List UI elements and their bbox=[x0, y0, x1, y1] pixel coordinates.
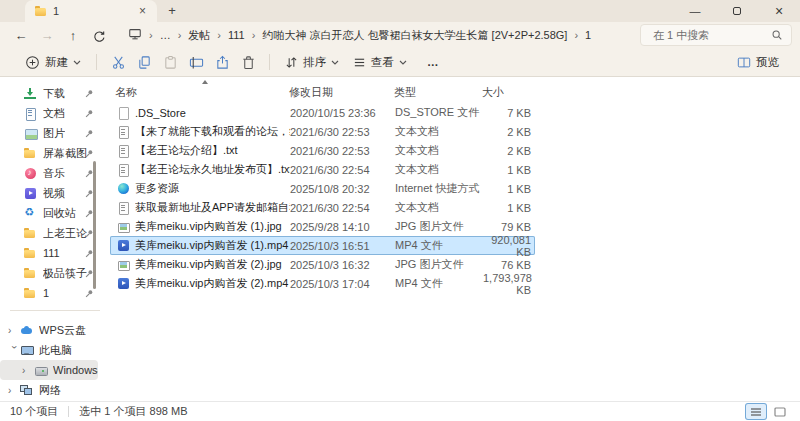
jpg-icon bbox=[117, 221, 129, 233]
sidebar-item-label: 极品筷子腿. bbox=[43, 266, 87, 281]
sidebar-tree-item[interactable]: › 网络 bbox=[0, 380, 108, 400]
file-date: 2020/10/15 23:36 bbox=[290, 107, 395, 119]
refresh-button[interactable] bbox=[86, 27, 112, 42]
maximize-button[interactable] bbox=[716, 0, 758, 22]
sidebar-pinned-item[interactable]: 视频 bbox=[0, 183, 108, 203]
file-row[interactable]: 美库meiku.vip内购首发 (1).mp4 2025/10/3 16:51 … bbox=[110, 236, 535, 255]
delete-button[interactable] bbox=[235, 50, 261, 74]
chevron-right-icon[interactable]: › bbox=[8, 325, 20, 336]
sidebar-pinned-item[interactable]: 极品筷子腿. bbox=[0, 263, 108, 283]
this-pc-icon[interactable] bbox=[128, 27, 142, 43]
toolbar-divider bbox=[269, 54, 270, 70]
breadcrumb-separator: › bbox=[574, 29, 578, 41]
file-type: 文本文档 bbox=[395, 162, 483, 177]
sidebar-tree-item[interactable]: › WPS云盘 bbox=[0, 320, 108, 340]
breadcrumb-label: 约啪大神 凉白开恋人 包臀裙白袜女大学生长篇 [2V+2P+2.58G] bbox=[262, 28, 567, 43]
search-icon bbox=[771, 29, 783, 41]
file-row[interactable]: 美库meiku.vip内购首发 (1).jpg 2025/9/28 14:10 … bbox=[110, 217, 535, 236]
sidebar-pinned-item[interactable]: 下载 bbox=[0, 83, 108, 103]
sidebar-scrollbar[interactable] bbox=[93, 161, 96, 289]
sort-icon bbox=[285, 56, 298, 69]
up-button[interactable]: ↑ bbox=[60, 28, 86, 43]
back-button[interactable]: ← bbox=[8, 28, 34, 43]
sidebar-tree-item[interactable]: › 此电脑 bbox=[0, 340, 108, 360]
file-size: 920,081 KB bbox=[483, 234, 531, 258]
close-button[interactable]: × bbox=[758, 0, 800, 22]
file-row[interactable]: 【老王论坛永久地址发布页】.txt 2021/6/30 22:54 文本文档 1… bbox=[110, 160, 535, 179]
file-size: 2 KB bbox=[483, 145, 531, 157]
file-row[interactable]: 【来了就能下载和观看的论坛，纯免费！】.txt 2021/6/30 22:53 … bbox=[110, 122, 535, 141]
file-row[interactable]: 获取最新地址及APP请发邮箱自动获取.txt 2021/6/30 22:54 文… bbox=[110, 198, 535, 217]
thumbnail-view-button[interactable] bbox=[770, 404, 790, 419]
sidebar-item-label: 此电脑 bbox=[39, 343, 72, 358]
column-headers: 名称 修改日期 类型 大小 bbox=[110, 84, 535, 101]
file-size: 7 KB bbox=[483, 107, 531, 119]
chevron-right-icon[interactable]: › bbox=[8, 385, 20, 396]
sidebar-item-label: 音乐 bbox=[43, 166, 65, 181]
status-divider bbox=[68, 406, 69, 417]
folder-icon bbox=[24, 227, 36, 239]
network-icon bbox=[20, 384, 32, 396]
more-options-button[interactable]: … bbox=[420, 50, 447, 74]
sidebar-pinned-item[interactable]: 上老王论坛当 bbox=[0, 223, 108, 243]
picture-icon bbox=[24, 127, 36, 139]
new-tab-button[interactable]: + bbox=[163, 2, 181, 20]
chevron-right-icon[interactable]: › bbox=[22, 365, 34, 376]
breadcrumb-item[interactable]: 发帖 › bbox=[188, 28, 228, 43]
sidebar-tree-item[interactable]: › Windows-SSD bbox=[0, 360, 98, 380]
new-button-label: 新建 bbox=[45, 55, 68, 70]
view-button[interactable]: 查看 bbox=[346, 50, 414, 74]
preview-panes-icon bbox=[737, 56, 751, 69]
preview-button[interactable]: 预览 bbox=[730, 50, 786, 74]
selection-info: 选中 1 个项目 898 MB bbox=[79, 404, 187, 419]
breadcrumb-overflow[interactable]: … bbox=[160, 29, 171, 41]
file-row[interactable]: 【老王论坛介绍】.txt 2021/6/30 22:53 文本文档 2 KB bbox=[110, 141, 535, 160]
search-box[interactable]: 在 1 中搜索 bbox=[640, 24, 792, 46]
sidebar-item-label: 1 bbox=[43, 287, 49, 299]
txt-icon bbox=[117, 126, 129, 138]
sort-button[interactable]: 排序 bbox=[278, 50, 346, 74]
file-date: 2021/6/30 22:54 bbox=[290, 202, 395, 214]
file-row[interactable]: 更多资源 2025/10/8 20:32 Internet 快捷方式 1 KB bbox=[110, 179, 535, 198]
column-header-date[interactable]: 修改日期 bbox=[289, 85, 394, 100]
file-size: 1 KB bbox=[483, 164, 531, 176]
forward-button[interactable]: → bbox=[34, 28, 60, 43]
file-type: 文本文档 bbox=[395, 200, 483, 215]
new-button[interactable]: 新建 bbox=[18, 50, 88, 74]
file-row[interactable]: 美库meiku.vip内购首发 (2).jpg 2025/10/3 16:32 … bbox=[110, 255, 535, 274]
file-row[interactable]: 美库meiku.vip内购首发 (2).mp4 2025/10/3 17:04 … bbox=[110, 274, 535, 293]
chevron-right-icon[interactable]: › bbox=[9, 345, 20, 357]
paste-button[interactable] bbox=[157, 50, 183, 74]
toolbar-divider bbox=[96, 54, 97, 70]
breadcrumb-item[interactable]: 111 › bbox=[228, 29, 262, 41]
file-size: 1 KB bbox=[483, 183, 531, 195]
column-header-type[interactable]: 类型 bbox=[394, 85, 482, 100]
rename-button[interactable] bbox=[183, 50, 209, 74]
file-row[interactable]: .DS_Store 2020/10/15 23:36 DS_STORE 文件 7… bbox=[110, 103, 535, 122]
breadcrumb-separator: › bbox=[252, 29, 256, 41]
file-size: 2 KB bbox=[483, 126, 531, 138]
status-bar: 10 个项目 选中 1 个项目 898 MB bbox=[0, 401, 800, 421]
sidebar-pinned-item[interactable]: 1 bbox=[0, 283, 108, 303]
breadcrumb-item[interactable]: 1 › bbox=[585, 29, 591, 41]
sidebar-pinned-item[interactable]: 111 bbox=[0, 243, 108, 263]
breadcrumb-item[interactable]: 约啪大神 凉白开恋人 包臀裙白袜女大学生长篇 [2V+2P+2.58G] › bbox=[262, 28, 585, 43]
details-view-button[interactable] bbox=[746, 404, 766, 419]
file-size: 1,793,978 KB bbox=[483, 272, 531, 296]
sidebar-pinned-item[interactable]: 文档 bbox=[0, 103, 108, 123]
sidebar-pinned-item[interactable]: 回收站 bbox=[0, 203, 108, 223]
sidebar-pinned-item[interactable]: 屏幕截图 bbox=[0, 143, 108, 163]
column-header-name[interactable]: 名称 bbox=[115, 85, 289, 100]
cut-button[interactable] bbox=[105, 50, 131, 74]
sidebar-pinned-item[interactable]: 图片 bbox=[0, 123, 108, 143]
preview-button-label: 预览 bbox=[756, 55, 779, 70]
tab-close-icon[interactable]: × bbox=[136, 4, 149, 18]
minimize-button[interactable]: — bbox=[674, 0, 716, 22]
column-header-size[interactable]: 大小 bbox=[482, 85, 530, 100]
file-date: 2025/10/8 20:32 bbox=[290, 183, 395, 195]
sidebar-pinned-item[interactable]: 音乐 bbox=[0, 163, 108, 183]
copy-button[interactable] bbox=[131, 50, 157, 74]
explorer-tab[interactable]: 1 × bbox=[25, 0, 157, 22]
breadcrumb-separator: › bbox=[178, 29, 182, 41]
share-button[interactable] bbox=[209, 50, 235, 74]
